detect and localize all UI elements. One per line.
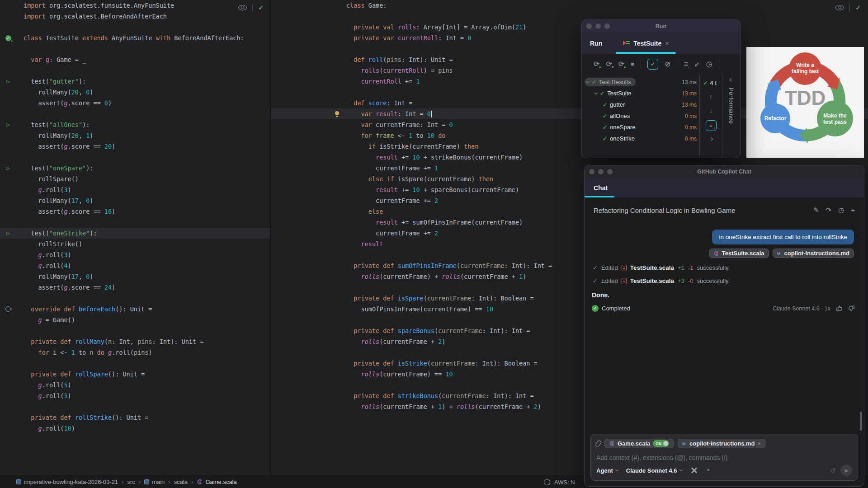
code-line[interactable]: import org.scalatest.BeforeAndAfterEach	[0, 11, 270, 22]
code-line[interactable]: class Game:	[271, 0, 868, 11]
thumbs-up-icon[interactable]	[836, 305, 843, 312]
instructions-file-chip[interactable]: M↓ copilot-instructions.md ×	[678, 439, 765, 448]
scrollbar-thumb[interactable]	[860, 412, 862, 431]
usage-gauge-icon[interactable]: ◔	[706, 466, 710, 474]
sort-by-duration-toggle[interactable]: ≡↓	[706, 120, 717, 131]
code-line[interactable]: private def rollSpare(): Unit =	[0, 369, 270, 380]
code-line[interactable]: import org.scalatest.funsuite.AnyFunSuit…	[0, 0, 270, 11]
edited-file-row[interactable]: ✓EditedTestSuite.scala+1-1successfully.	[593, 264, 864, 271]
code-line[interactable]	[271, 11, 868, 22]
code-line[interactable]: assert(g.score == 16)	[0, 206, 270, 217]
code-line[interactable]	[0, 401, 270, 412]
attach-icon[interactable]: ✎	[813, 206, 819, 214]
breadcrumb-item[interactable]: scala	[174, 479, 188, 485]
editor-testsuite[interactable]: import org.scalatest.funsuite.AnyFunSuit…	[0, 0, 270, 475]
test-tree-row[interactable]: ✓oneStrike0 ms	[582, 133, 699, 144]
redo-icon[interactable]: ↷	[826, 206, 832, 214]
code-line[interactable]: assert(g.score == 0)	[0, 98, 270, 108]
test-tree-row[interactable]: ✓TestSuite13 ms	[582, 88, 699, 99]
breadcrumb[interactable]: imperative-bowling-kata-2026-03-21›src›m…	[0, 479, 237, 485]
traffic-lights[interactable]	[589, 169, 613, 174]
thumbs-down-icon[interactable]	[848, 305, 855, 312]
code-line[interactable]: rollStrike()	[0, 239, 270, 249]
run-test-icon[interactable]: ▷	[4, 163, 13, 174]
code-testsuite[interactable]: import org.scalatest.funsuite.AnyFunSuit…	[0, 0, 270, 434]
breadcrumb-item[interactable]: src	[127, 479, 135, 485]
code-line[interactable]	[0, 152, 270, 163]
code-line[interactable]	[0, 43, 270, 54]
run-test-icon[interactable]: ▷	[4, 76, 13, 87]
breadcrumb-item[interactable]: Game.scala	[197, 479, 236, 485]
tools-icon[interactable]	[690, 467, 698, 474]
edited-file-row[interactable]: ✓EditedTestSuite.scala+3-0successfully.	[593, 277, 864, 284]
history-icon[interactable]: ◷	[838, 206, 844, 214]
remove-chip-icon[interactable]: ×	[757, 440, 761, 447]
code-line[interactable]	[0, 217, 270, 228]
tab-chat[interactable]: Chat	[594, 184, 608, 192]
run-window-titlebar[interactable]: Run	[582, 20, 740, 33]
inspections-ok-icon[interactable]: ✓	[855, 5, 861, 11]
attached-file-chip[interactable]: Game.scala ON	[604, 439, 674, 448]
performance-strip[interactable]: Performance	[722, 74, 740, 158]
code-line[interactable]: private var currentRoll: Int = 0	[271, 33, 868, 43]
chat-input-placeholder[interactable]: Add context (#), extensions (@), command…	[596, 454, 852, 461]
copilot-titlebar[interactable]: GitHub Copilot Chat	[585, 165, 864, 178]
code-line[interactable]: rollMany(20, 0)	[0, 87, 270, 98]
breadcrumb-item[interactable]: main	[144, 479, 165, 485]
test-history-button[interactable]: ◷	[706, 61, 712, 68]
context-chip-testsuite[interactable]: TestSuite.scala	[709, 249, 769, 258]
code-line[interactable]: g.roll(5)	[0, 380, 270, 390]
new-chat-icon[interactable]: +	[851, 206, 855, 214]
code-line[interactable]: private def rollStrike(): Unit =	[0, 412, 270, 423]
send-button[interactable]: ▶	[840, 465, 852, 476]
code-line[interactable]: g.roll(3)	[0, 184, 270, 195]
code-line[interactable]	[0, 65, 270, 76]
code-line[interactable]: for i <- 1 to n do g.roll(pins)	[0, 347, 270, 358]
code-line[interactable]: rollMany(17, 0)	[0, 195, 270, 206]
show-passed-toggle[interactable]: ✓	[647, 59, 658, 70]
code-line[interactable]: ✓class TestSuite extends AnyFunSuite wit…	[0, 33, 270, 43]
context-on-toggle[interactable]: ON	[653, 440, 669, 447]
code-line[interactable]: override def beforeEach(): Unit =	[0, 304, 270, 314]
code-line[interactable]: assert(g.score == 20)	[0, 141, 270, 152]
toggle-auto-test-button[interactable]: ⟳▸	[618, 61, 624, 68]
code-line[interactable]: ▷ test("oneStrike"):	[0, 228, 270, 239]
code-line[interactable]: g.roll(10)	[0, 423, 270, 434]
traffic-lights[interactable]	[586, 23, 610, 29]
stop-button[interactable]: ■	[631, 61, 634, 68]
run-test-icon[interactable]: ▷	[4, 228, 13, 239]
code-line[interactable]: var g: Game = _	[0, 54, 270, 65]
aws-status-text[interactable]: AWS: N	[554, 479, 575, 486]
code-line[interactable]	[0, 22, 270, 33]
mode-selector[interactable]: Agent	[596, 467, 618, 474]
sort-tests-button[interactable]: ≡↓	[684, 61, 688, 68]
test-tree-row[interactable]: ✓allOnes0 ms	[582, 110, 699, 122]
intention-bulb-icon[interactable]	[332, 108, 341, 119]
collapse-icon[interactable]	[729, 78, 733, 82]
run-class-passed-icon[interactable]: ✓	[4, 33, 13, 43]
code-line[interactable]: g.roll(5)	[0, 390, 270, 401]
inspections-ok-icon[interactable]: ✓	[258, 5, 264, 11]
performance-tab-label[interactable]: Performance	[728, 88, 735, 124]
rerun-failed-button[interactable]: ⟳●	[606, 61, 612, 68]
override-marker-icon[interactable]	[4, 304, 13, 314]
code-line[interactable]: rollMany(20, 1)	[0, 130, 270, 141]
code-line[interactable]: private val rolls: Array[Int] = Array.of…	[271, 22, 868, 33]
code-line[interactable]	[0, 293, 270, 304]
rerun-button[interactable]: ⟳▸	[594, 61, 599, 68]
test-tree-row[interactable]: ✓Test Results13 ms	[582, 76, 699, 88]
code-line[interactable]: rollMany(17, 0)	[0, 271, 270, 282]
tab-testsuite[interactable]: TestSuite ×	[615, 33, 677, 54]
code-line[interactable]	[0, 358, 270, 369]
test-tree-row[interactable]: ✓oneSpare0 ms	[582, 122, 699, 133]
show-ignored-toggle[interactable]: ⊘	[665, 61, 670, 68]
test-results-tree[interactable]: ✓Test Results13 ms✓TestSuite13 ms✓gutter…	[582, 74, 699, 158]
code-line[interactable]: ▷ test("gutter"):	[0, 76, 270, 87]
code-line[interactable]: g.roll(3)	[0, 249, 270, 260]
expand-icon[interactable]	[709, 137, 712, 141]
code-line[interactable]: assert(g.score == 24)	[0, 282, 270, 293]
collapse-all-button[interactable]: ⇙	[694, 61, 700, 68]
reader-mode-icon[interactable]	[835, 5, 844, 10]
next-test-button[interactable]: ↓	[709, 107, 713, 113]
code-line[interactable]: ▷ test("oneSpare"):	[0, 163, 270, 174]
